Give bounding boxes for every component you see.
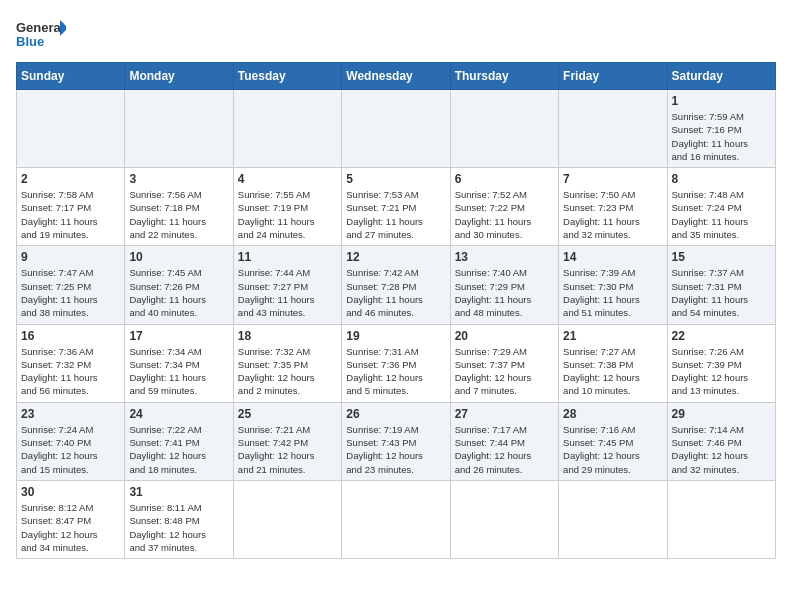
day-number: 9 [21,250,120,264]
day-number: 31 [129,485,228,499]
calendar-cell-22: 22Sunrise: 7:26 AM Sunset: 7:39 PM Dayli… [667,324,775,402]
day-info: Sunrise: 7:58 AM Sunset: 7:17 PM Dayligh… [21,188,120,241]
calendar-cell-11: 11Sunrise: 7:44 AM Sunset: 7:27 PM Dayli… [233,246,341,324]
day-info: Sunrise: 7:32 AM Sunset: 7:35 PM Dayligh… [238,345,337,398]
calendar-cell-23: 23Sunrise: 7:24 AM Sunset: 7:40 PM Dayli… [17,402,125,480]
day-number: 19 [346,329,445,343]
day-number: 27 [455,407,554,421]
day-number: 14 [563,250,662,264]
calendar-cell-29: 29Sunrise: 7:14 AM Sunset: 7:46 PM Dayli… [667,402,775,480]
calendar-week-5: 23Sunrise: 7:24 AM Sunset: 7:40 PM Dayli… [17,402,776,480]
day-info: Sunrise: 7:37 AM Sunset: 7:31 PM Dayligh… [672,266,771,319]
day-number: 22 [672,329,771,343]
day-number: 17 [129,329,228,343]
calendar-cell-14: 14Sunrise: 7:39 AM Sunset: 7:30 PM Dayli… [559,246,667,324]
day-number: 29 [672,407,771,421]
day-number: 15 [672,250,771,264]
day-info: Sunrise: 7:39 AM Sunset: 7:30 PM Dayligh… [563,266,662,319]
calendar-cell-empty [559,480,667,558]
calendar-cell-16: 16Sunrise: 7:36 AM Sunset: 7:32 PM Dayli… [17,324,125,402]
calendar-cell-13: 13Sunrise: 7:40 AM Sunset: 7:29 PM Dayli… [450,246,558,324]
day-info: Sunrise: 7:45 AM Sunset: 7:26 PM Dayligh… [129,266,228,319]
calendar-week-6: 30Sunrise: 8:12 AM Sunset: 8:47 PM Dayli… [17,480,776,558]
calendar-cell-2: 2Sunrise: 7:58 AM Sunset: 7:17 PM Daylig… [17,168,125,246]
calendar-cell-empty [667,480,775,558]
calendar-cell-15: 15Sunrise: 7:37 AM Sunset: 7:31 PM Dayli… [667,246,775,324]
calendar-table: SundayMondayTuesdayWednesdayThursdayFrid… [16,62,776,559]
weekday-header-row: SundayMondayTuesdayWednesdayThursdayFrid… [17,63,776,90]
logo-svg: General Blue [16,16,66,54]
day-info: Sunrise: 7:50 AM Sunset: 7:23 PM Dayligh… [563,188,662,241]
weekday-header-thursday: Thursday [450,63,558,90]
calendar-week-4: 16Sunrise: 7:36 AM Sunset: 7:32 PM Dayli… [17,324,776,402]
logo: General Blue [16,16,66,54]
calendar-cell-empty [125,90,233,168]
day-info: Sunrise: 8:11 AM Sunset: 8:48 PM Dayligh… [129,501,228,554]
weekday-header-monday: Monday [125,63,233,90]
day-info: Sunrise: 7:19 AM Sunset: 7:43 PM Dayligh… [346,423,445,476]
day-info: Sunrise: 7:22 AM Sunset: 7:41 PM Dayligh… [129,423,228,476]
calendar-cell-empty [17,90,125,168]
day-number: 4 [238,172,337,186]
calendar-cell-25: 25Sunrise: 7:21 AM Sunset: 7:42 PM Dayli… [233,402,341,480]
calendar-week-2: 2Sunrise: 7:58 AM Sunset: 7:17 PM Daylig… [17,168,776,246]
calendar-cell-21: 21Sunrise: 7:27 AM Sunset: 7:38 PM Dayli… [559,324,667,402]
day-info: Sunrise: 7:14 AM Sunset: 7:46 PM Dayligh… [672,423,771,476]
calendar-cell-28: 28Sunrise: 7:16 AM Sunset: 7:45 PM Dayli… [559,402,667,480]
day-info: Sunrise: 7:27 AM Sunset: 7:38 PM Dayligh… [563,345,662,398]
day-number: 28 [563,407,662,421]
day-number: 10 [129,250,228,264]
weekday-header-sunday: Sunday [17,63,125,90]
svg-text:Blue: Blue [16,34,44,49]
day-number: 5 [346,172,445,186]
day-number: 2 [21,172,120,186]
day-info: Sunrise: 7:34 AM Sunset: 7:34 PM Dayligh… [129,345,228,398]
calendar-cell-24: 24Sunrise: 7:22 AM Sunset: 7:41 PM Dayli… [125,402,233,480]
calendar-cell-12: 12Sunrise: 7:42 AM Sunset: 7:28 PM Dayli… [342,246,450,324]
calendar-cell-20: 20Sunrise: 7:29 AM Sunset: 7:37 PM Dayli… [450,324,558,402]
calendar-cell-7: 7Sunrise: 7:50 AM Sunset: 7:23 PM Daylig… [559,168,667,246]
day-info: Sunrise: 7:55 AM Sunset: 7:19 PM Dayligh… [238,188,337,241]
calendar-cell-empty [450,90,558,168]
day-info: Sunrise: 7:56 AM Sunset: 7:18 PM Dayligh… [129,188,228,241]
calendar-cell-31: 31Sunrise: 8:11 AM Sunset: 8:48 PM Dayli… [125,480,233,558]
day-number: 23 [21,407,120,421]
day-info: Sunrise: 7:42 AM Sunset: 7:28 PM Dayligh… [346,266,445,319]
day-info: Sunrise: 7:36 AM Sunset: 7:32 PM Dayligh… [21,345,120,398]
day-number: 1 [672,94,771,108]
day-info: Sunrise: 7:59 AM Sunset: 7:16 PM Dayligh… [672,110,771,163]
day-info: Sunrise: 7:47 AM Sunset: 7:25 PM Dayligh… [21,266,120,319]
day-number: 25 [238,407,337,421]
day-info: Sunrise: 7:44 AM Sunset: 7:27 PM Dayligh… [238,266,337,319]
day-info: Sunrise: 7:53 AM Sunset: 7:21 PM Dayligh… [346,188,445,241]
weekday-header-saturday: Saturday [667,63,775,90]
day-info: Sunrise: 7:21 AM Sunset: 7:42 PM Dayligh… [238,423,337,476]
day-info: Sunrise: 7:31 AM Sunset: 7:36 PM Dayligh… [346,345,445,398]
svg-text:General: General [16,20,64,35]
day-info: Sunrise: 7:24 AM Sunset: 7:40 PM Dayligh… [21,423,120,476]
calendar-cell-18: 18Sunrise: 7:32 AM Sunset: 7:35 PM Dayli… [233,324,341,402]
weekday-header-wednesday: Wednesday [342,63,450,90]
day-info: Sunrise: 7:17 AM Sunset: 7:44 PM Dayligh… [455,423,554,476]
day-info: Sunrise: 8:12 AM Sunset: 8:47 PM Dayligh… [21,501,120,554]
day-number: 12 [346,250,445,264]
calendar-cell-1: 1Sunrise: 7:59 AM Sunset: 7:16 PM Daylig… [667,90,775,168]
day-number: 16 [21,329,120,343]
calendar-cell-19: 19Sunrise: 7:31 AM Sunset: 7:36 PM Dayli… [342,324,450,402]
calendar-cell-27: 27Sunrise: 7:17 AM Sunset: 7:44 PM Dayli… [450,402,558,480]
calendar-cell-10: 10Sunrise: 7:45 AM Sunset: 7:26 PM Dayli… [125,246,233,324]
calendar-cell-17: 17Sunrise: 7:34 AM Sunset: 7:34 PM Dayli… [125,324,233,402]
calendar-cell-empty [233,480,341,558]
day-number: 18 [238,329,337,343]
day-info: Sunrise: 7:40 AM Sunset: 7:29 PM Dayligh… [455,266,554,319]
day-number: 6 [455,172,554,186]
day-info: Sunrise: 7:29 AM Sunset: 7:37 PM Dayligh… [455,345,554,398]
day-info: Sunrise: 7:16 AM Sunset: 7:45 PM Dayligh… [563,423,662,476]
page-header: General Blue [16,16,776,54]
calendar-cell-26: 26Sunrise: 7:19 AM Sunset: 7:43 PM Dayli… [342,402,450,480]
calendar-cell-empty [450,480,558,558]
day-number: 30 [21,485,120,499]
calendar-cell-empty [342,90,450,168]
weekday-header-tuesday: Tuesday [233,63,341,90]
calendar-week-1: 1Sunrise: 7:59 AM Sunset: 7:16 PM Daylig… [17,90,776,168]
